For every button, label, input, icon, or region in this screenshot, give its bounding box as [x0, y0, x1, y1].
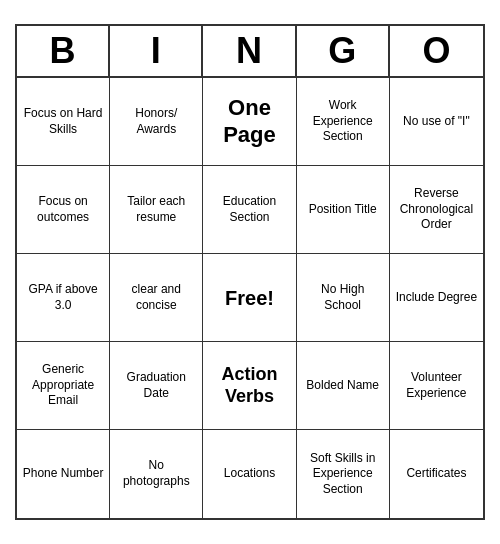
- bingo-cell-16[interactable]: Graduation Date: [110, 342, 203, 430]
- bingo-cell-4[interactable]: No use of "I": [390, 78, 483, 166]
- bingo-cell-13[interactable]: No High School: [297, 254, 390, 342]
- bingo-cell-10[interactable]: GPA if above 3.0: [17, 254, 110, 342]
- bingo-cell-15[interactable]: Generic Appropriate Email: [17, 342, 110, 430]
- bingo-cell-2[interactable]: One Page: [203, 78, 296, 166]
- bingo-cell-12[interactable]: Free!: [203, 254, 296, 342]
- header-g: G: [297, 26, 390, 76]
- bingo-cell-1[interactable]: Honors/ Awards: [110, 78, 203, 166]
- header-o: O: [390, 26, 483, 76]
- bingo-cell-19[interactable]: Volunteer Experience: [390, 342, 483, 430]
- bingo-cell-22[interactable]: Locations: [203, 430, 296, 518]
- bingo-cell-18[interactable]: Bolded Name: [297, 342, 390, 430]
- bingo-cell-3[interactable]: Work Experience Section: [297, 78, 390, 166]
- header-i: I: [110, 26, 203, 76]
- bingo-grid: Focus on Hard SkillsHonors/ AwardsOne Pa…: [17, 78, 483, 518]
- bingo-cell-24[interactable]: Certificates: [390, 430, 483, 518]
- bingo-cell-8[interactable]: Position Title: [297, 166, 390, 254]
- bingo-cell-9[interactable]: Reverse Chronological Order: [390, 166, 483, 254]
- header-b: B: [17, 26, 110, 76]
- bingo-cell-5[interactable]: Focus on outcomes: [17, 166, 110, 254]
- bingo-cell-21[interactable]: No photographs: [110, 430, 203, 518]
- bingo-header: B I N G O: [17, 26, 483, 78]
- bingo-cell-11[interactable]: clear and concise: [110, 254, 203, 342]
- bingo-card: B I N G O Focus on Hard SkillsHonors/ Aw…: [15, 24, 485, 520]
- bingo-cell-23[interactable]: Soft Skills in Experience Section: [297, 430, 390, 518]
- bingo-cell-20[interactable]: Phone Number: [17, 430, 110, 518]
- bingo-cell-17[interactable]: Action Verbs: [203, 342, 296, 430]
- bingo-cell-0[interactable]: Focus on Hard Skills: [17, 78, 110, 166]
- bingo-cell-6[interactable]: Tailor each resume: [110, 166, 203, 254]
- bingo-cell-14[interactable]: Include Degree: [390, 254, 483, 342]
- header-n: N: [203, 26, 296, 76]
- bingo-cell-7[interactable]: Education Section: [203, 166, 296, 254]
